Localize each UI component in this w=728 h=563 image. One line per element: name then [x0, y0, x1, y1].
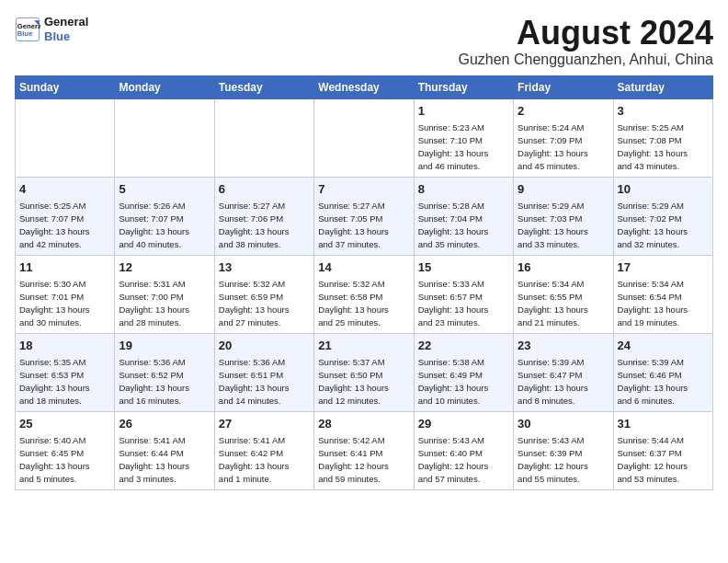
- day-info: Sunset: 6:45 PM: [19, 447, 110, 460]
- calendar-body: 1Sunrise: 5:23 AMSunset: 7:10 PMDaylight…: [16, 98, 713, 489]
- day-info: Sunrise: 5:38 AM: [418, 356, 509, 369]
- day-number: 17: [618, 259, 709, 277]
- day-number: 8: [418, 181, 509, 199]
- day-info: Daylight: 13 hours: [618, 225, 709, 238]
- day-info: Daylight: 13 hours: [618, 382, 709, 395]
- day-info: Sunrise: 5:25 AM: [19, 200, 110, 213]
- weekday-header-friday: Friday: [514, 75, 613, 98]
- day-info: Sunset: 7:05 PM: [318, 213, 409, 225]
- day-info: Sunrise: 5:35 AM: [19, 356, 110, 369]
- day-info: and 35 minutes.: [418, 238, 509, 251]
- day-info: Sunset: 6:40 PM: [418, 447, 509, 460]
- calendar-cell: 23Sunrise: 5:39 AMSunset: 6:47 PMDayligh…: [514, 333, 613, 411]
- logo-text: General Blue: [44, 15, 88, 43]
- month-title: August 2024: [458, 15, 713, 52]
- calendar-cell: 29Sunrise: 5:43 AMSunset: 6:40 PMDayligh…: [414, 411, 513, 489]
- day-info: Sunrise: 5:36 AM: [119, 356, 210, 369]
- day-info: Daylight: 13 hours: [219, 304, 310, 316]
- calendar-week-5: 25Sunrise: 5:40 AMSunset: 6:45 PMDayligh…: [16, 411, 713, 489]
- day-info: Sunrise: 5:34 AM: [618, 278, 709, 291]
- day-number: 10: [618, 181, 709, 199]
- day-info: Daylight: 12 hours: [418, 460, 509, 473]
- day-number: 23: [518, 338, 609, 355]
- day-info: Daylight: 12 hours: [618, 460, 709, 473]
- day-info: Sunset: 7:04 PM: [418, 213, 509, 225]
- day-info: and 12 minutes.: [318, 395, 409, 408]
- day-info: Daylight: 13 hours: [618, 147, 709, 160]
- day-info: Sunset: 6:44 PM: [119, 447, 210, 460]
- day-info: Sunset: 7:00 PM: [119, 291, 210, 304]
- calendar-cell: 17Sunrise: 5:34 AMSunset: 6:54 PMDayligh…: [613, 255, 712, 333]
- calendar-cell: 15Sunrise: 5:33 AMSunset: 6:57 PMDayligh…: [414, 255, 513, 333]
- day-info: Sunset: 6:51 PM: [219, 369, 310, 382]
- day-number: 3: [618, 103, 709, 121]
- day-info: Sunset: 7:01 PM: [19, 291, 110, 304]
- day-info: Sunrise: 5:33 AM: [418, 278, 509, 291]
- logo: General Blue General Blue: [15, 15, 88, 43]
- calendar-cell: 14Sunrise: 5:32 AMSunset: 6:58 PMDayligh…: [314, 255, 414, 333]
- day-info: Daylight: 13 hours: [19, 460, 110, 473]
- calendar-cell: 20Sunrise: 5:36 AMSunset: 6:51 PMDayligh…: [214, 333, 313, 411]
- day-number: 4: [19, 181, 110, 199]
- day-number: 12: [119, 259, 210, 277]
- day-number: 13: [219, 259, 310, 277]
- day-info: Daylight: 13 hours: [219, 460, 310, 473]
- day-info: and 32 minutes.: [618, 238, 709, 251]
- calendar-cell: 10Sunrise: 5:29 AMSunset: 7:02 PMDayligh…: [613, 177, 712, 255]
- day-number: 2: [518, 103, 609, 121]
- day-number: 16: [518, 259, 609, 277]
- day-info: and 21 minutes.: [518, 316, 609, 329]
- day-number: 22: [418, 338, 509, 355]
- day-number: 11: [19, 259, 110, 277]
- day-info: Sunset: 6:50 PM: [318, 369, 409, 382]
- day-number: 31: [618, 416, 709, 433]
- calendar-cell: 19Sunrise: 5:36 AMSunset: 6:52 PMDayligh…: [115, 333, 214, 411]
- day-info: Sunrise: 5:31 AM: [119, 278, 210, 291]
- calendar-cell: [214, 98, 313, 177]
- day-info: Sunrise: 5:42 AM: [318, 434, 409, 447]
- day-info: Sunset: 6:58 PM: [318, 291, 409, 304]
- day-info: Sunset: 6:59 PM: [219, 291, 310, 304]
- day-info: and 43 minutes.: [618, 160, 709, 173]
- weekday-header-sunday: Sunday: [16, 75, 115, 98]
- calendar-cell: [16, 98, 115, 177]
- day-number: 26: [119, 416, 210, 433]
- logo-icon: General Blue: [15, 17, 40, 42]
- day-info: Daylight: 13 hours: [119, 382, 210, 395]
- day-info: Daylight: 13 hours: [318, 382, 409, 395]
- day-number: 28: [318, 416, 409, 433]
- day-info: Sunset: 6:41 PM: [318, 447, 409, 460]
- day-info: Daylight: 13 hours: [518, 382, 609, 395]
- calendar-week-2: 4Sunrise: 5:25 AMSunset: 7:07 PMDaylight…: [16, 177, 713, 255]
- day-info: Daylight: 13 hours: [19, 225, 110, 238]
- day-info: Sunrise: 5:27 AM: [219, 200, 310, 213]
- day-number: 21: [318, 338, 409, 355]
- day-info: and 8 minutes.: [518, 395, 609, 408]
- day-info: Daylight: 13 hours: [219, 382, 310, 395]
- day-info: Sunrise: 5:39 AM: [518, 356, 609, 369]
- day-info: Sunset: 6:37 PM: [618, 447, 709, 460]
- day-info: Daylight: 13 hours: [518, 225, 609, 238]
- calendar-cell: 30Sunrise: 5:43 AMSunset: 6:39 PMDayligh…: [514, 411, 613, 489]
- day-info: Daylight: 13 hours: [418, 304, 509, 316]
- weekday-header-wednesday: Wednesday: [314, 75, 414, 98]
- day-number: 14: [318, 259, 409, 277]
- day-number: 1: [418, 103, 509, 121]
- day-info: and 18 minutes.: [19, 395, 110, 408]
- day-info: Daylight: 13 hours: [19, 382, 110, 395]
- weekday-header-row: SundayMondayTuesdayWednesdayThursdayFrid…: [16, 75, 713, 98]
- day-info: Daylight: 13 hours: [518, 147, 609, 160]
- location-title: Guzhen Chengguanzhen, Anhui, China: [458, 52, 713, 68]
- day-number: 20: [219, 338, 310, 355]
- day-info: Sunrise: 5:27 AM: [318, 200, 409, 213]
- day-info: Daylight: 12 hours: [318, 460, 409, 473]
- day-info: Sunrise: 5:26 AM: [119, 200, 210, 213]
- calendar-cell: 3Sunrise: 5:25 AMSunset: 7:08 PMDaylight…: [613, 98, 712, 177]
- calendar-cell: 9Sunrise: 5:29 AMSunset: 7:03 PMDaylight…: [514, 177, 613, 255]
- calendar-cell: 27Sunrise: 5:41 AMSunset: 6:42 PMDayligh…: [214, 411, 313, 489]
- day-number: 24: [618, 338, 709, 355]
- day-info: Sunrise: 5:34 AM: [518, 278, 609, 291]
- day-info: Sunrise: 5:37 AM: [318, 356, 409, 369]
- day-info: Sunrise: 5:39 AM: [618, 356, 709, 369]
- day-info: Daylight: 13 hours: [19, 304, 110, 316]
